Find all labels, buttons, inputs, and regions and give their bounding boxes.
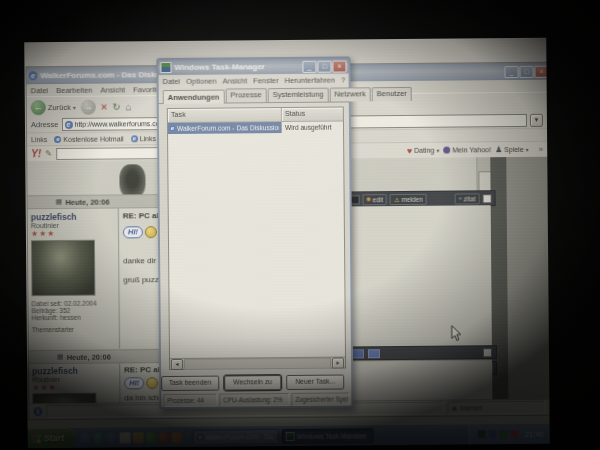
collapse-icon[interactable] bbox=[483, 348, 492, 357]
forward-button[interactable]: → bbox=[81, 99, 96, 114]
post1-user-cell: puzzlefisch Routinier ★★★ Dabei seit: 02… bbox=[28, 208, 120, 349]
task-row-status: Wird ausgeführt bbox=[282, 122, 343, 134]
dating-dropdown-icon: ▾ bbox=[436, 147, 439, 154]
quicklaunch-desktop-icon[interactable] bbox=[94, 432, 105, 443]
quicklaunch-media-icon[interactable] bbox=[107, 432, 118, 443]
tab-anwendungen[interactable]: Anwendungen bbox=[163, 90, 225, 105]
yahoo-dating-item[interactable]: ♥ Dating ▾ bbox=[407, 145, 440, 155]
tray-volume-icon[interactable] bbox=[511, 430, 519, 438]
stop-icon[interactable]: × bbox=[101, 101, 108, 113]
menu-bearbeiten[interactable]: Bearbeiten bbox=[56, 85, 92, 94]
back-button[interactable]: ← Zurück ▾ bbox=[31, 99, 76, 114]
edit-icon bbox=[367, 197, 371, 201]
address-dropdown-icon[interactable]: ▾ bbox=[530, 114, 543, 127]
back-dropdown-icon[interactable]: ▾ bbox=[73, 103, 76, 110]
taskbar-button-browser-label: WalkerForum.com - Da... bbox=[205, 433, 274, 441]
taskmanager-maximize-button[interactable]: □ bbox=[317, 60, 331, 72]
browser-maximize-button[interactable]: □ bbox=[519, 65, 533, 77]
tm-menu-datei[interactable]: Datei bbox=[163, 76, 181, 85]
yahoo-my-item[interactable]: Mein Yahoo! bbox=[443, 146, 491, 153]
toolbar-overflow-icon[interactable]: » bbox=[539, 145, 544, 154]
post1-bubble: HI! bbox=[123, 226, 143, 238]
neuer-task-button[interactable]: Neuer Task... bbox=[286, 375, 344, 391]
tray-clock[interactable]: 21:40 bbox=[525, 429, 544, 438]
post1-stars: ★★★ bbox=[31, 229, 115, 239]
smiley-icon bbox=[146, 377, 158, 389]
collapse-icon[interactable] bbox=[483, 194, 492, 203]
task-row-name: WalkerForum.com - Das Diskussionsboard |… bbox=[177, 124, 279, 132]
quicklaunch-player-icon[interactable] bbox=[159, 432, 170, 443]
pencil-icon[interactable]: ✎ bbox=[45, 149, 52, 158]
my-yahoo-icon bbox=[443, 147, 450, 154]
taskmanager-tabs: Anwendungen Prozesse Systemleistung Netz… bbox=[159, 85, 349, 104]
task-list: Task Status e WalkerForum.com - Das Disk… bbox=[167, 106, 346, 370]
refresh-icon[interactable]: ↻ bbox=[112, 101, 120, 112]
status-processes: Prozesse: 44 bbox=[163, 394, 217, 407]
calendar-icon: ▦ bbox=[57, 353, 64, 361]
wechseln-zu-button[interactable]: Wechseln zu bbox=[224, 375, 282, 391]
ie-logo-icon: e bbox=[197, 433, 204, 440]
browser-minimize-button[interactable]: _ bbox=[504, 65, 518, 77]
menu-ansicht[interactable]: Ansicht bbox=[100, 85, 125, 94]
link-hotmail[interactable]: e Kostenlose Hotmail bbox=[54, 135, 123, 143]
taskmanager-titlebar[interactable]: Windows Task-Manager _ □ × bbox=[158, 58, 348, 75]
browser-close-button[interactable]: × bbox=[534, 65, 548, 77]
quicklaunch-msn-icon[interactable] bbox=[146, 432, 157, 443]
profile-icon[interactable] bbox=[352, 349, 364, 358]
zitat-label: zitat bbox=[464, 195, 476, 202]
link-icon: e bbox=[54, 135, 61, 142]
tm-menu-ansicht[interactable]: Ansicht bbox=[223, 76, 248, 85]
status-page-icon: ℹ bbox=[33, 407, 42, 416]
page-icon: e bbox=[64, 120, 72, 128]
taskmanager-minimize-button[interactable]: _ bbox=[302, 60, 316, 72]
tray-antivirus-icon[interactable] bbox=[478, 430, 486, 438]
taskbar-button-browser[interactable]: e WalkerForum.com - Da... bbox=[193, 429, 279, 445]
tm-menu-fenster[interactable]: Fenster bbox=[253, 76, 279, 85]
tray-messenger-icon[interactable] bbox=[489, 430, 497, 438]
task-row[interactable]: e WalkerForum.com - Das Diskussionsboard… bbox=[168, 122, 343, 135]
tm-menu-herunterfahren[interactable]: Herunterfahren bbox=[285, 75, 336, 84]
pm-icon[interactable] bbox=[368, 349, 380, 358]
column-task[interactable]: Task bbox=[168, 108, 282, 122]
quicklaunch-folder-icon[interactable] bbox=[133, 432, 144, 443]
quicklaunch-mail-icon[interactable] bbox=[120, 432, 131, 443]
menu-datei[interactable]: Datei bbox=[31, 86, 49, 95]
link-icon: e bbox=[131, 135, 138, 142]
yahoo-dating-label: Dating bbox=[414, 147, 434, 154]
task-beenden-button[interactable]: Task beenden bbox=[161, 376, 219, 392]
status-zone-cell: ◉ Internet bbox=[447, 400, 545, 414]
taskmanager-title: Windows Task-Manager bbox=[174, 62, 265, 72]
scroll-left-icon[interactable]: ◄ bbox=[171, 358, 183, 369]
yahoo-games-item[interactable]: ♟ Spiele ▾ bbox=[495, 145, 529, 154]
tab-prozesse[interactable]: Prozesse bbox=[225, 88, 266, 102]
status-internet-label: Internet bbox=[461, 402, 482, 413]
quick-launch bbox=[76, 431, 189, 443]
taskmanager-close-button[interactable]: × bbox=[332, 60, 346, 72]
yahoo-logo[interactable]: Y! bbox=[31, 148, 41, 159]
column-status[interactable]: Status bbox=[282, 108, 343, 122]
mouse-cursor bbox=[451, 324, 463, 342]
calendar-icon: ▦ bbox=[56, 198, 63, 206]
start-button[interactable]: Start bbox=[28, 428, 76, 448]
tm-menu-optionen[interactable]: Optionen bbox=[186, 76, 217, 85]
scroll-right-icon[interactable]: ► bbox=[332, 357, 344, 368]
status-cpu: CPU-Auslastung: 2% bbox=[219, 393, 289, 407]
tab-benutzer[interactable]: Benutzer bbox=[372, 87, 412, 101]
melden-button[interactable]: ⚠ melden bbox=[390, 193, 427, 204]
quicklaunch-ie-icon[interactable] bbox=[81, 432, 92, 443]
quicklaunch-tool-icon[interactable] bbox=[172, 431, 183, 442]
smiley-icon bbox=[145, 226, 157, 238]
address-label: Adresse bbox=[31, 120, 59, 129]
tray-network-icon[interactable] bbox=[500, 430, 508, 438]
tab-systemleistung[interactable]: Systemleistung bbox=[268, 88, 329, 103]
ie-logo-icon: e bbox=[28, 71, 37, 80]
taskbar-button-taskmanager[interactable]: Windows Task-Manager bbox=[282, 428, 374, 444]
edit-button[interactable]: edit bbox=[363, 194, 388, 205]
post1-avatar bbox=[31, 240, 95, 297]
list-hscrollbar[interactable]: ◄ ► bbox=[170, 356, 345, 369]
tm-menu-help[interactable]: ? bbox=[341, 75, 345, 84]
zitat-button[interactable]: ❝ zitat bbox=[454, 193, 479, 204]
home-icon[interactable]: ⌂ bbox=[126, 101, 132, 112]
tab-netzwerk[interactable]: Netzwerk bbox=[329, 87, 370, 101]
warning-icon: ⚠ bbox=[394, 196, 399, 203]
